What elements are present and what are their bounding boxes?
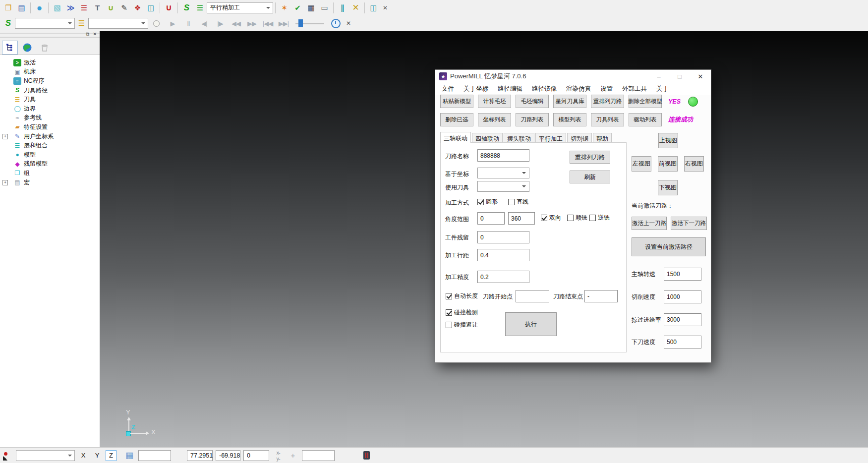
go-to-end-icon[interactable]: ▶▶|: [276, 17, 291, 30]
expand-icon[interactable]: +: [2, 134, 8, 139]
angle-to-field[interactable]: 360: [508, 212, 535, 225]
probe-icon[interactable]: +: [287, 450, 299, 462]
view-top-button[interactable]: 上视图: [658, 133, 678, 148]
line-checkbox[interactable]: 直线: [508, 198, 528, 206]
conventional-mill-checkbox[interactable]: 逆铣: [589, 214, 610, 222]
tree-item-feature-sets[interactable]: ▰特征设置: [0, 122, 100, 132]
stock-edit-button[interactable]: 毛坯编辑: [516, 95, 549, 108]
tree-item-workplanes[interactable]: +✎用户坐标系: [0, 132, 100, 141]
angle-from-field[interactable]: 0: [477, 212, 505, 225]
menu-file[interactable]: 文件: [442, 85, 454, 93]
toolpath-edit-icon[interactable]: ☰: [78, 1, 90, 14]
tolerance-field[interactable]: 0.2: [477, 271, 529, 283]
tree-item-activate[interactable]: >激活: [0, 58, 100, 67]
model-list-button[interactable]: 模型列表: [553, 113, 586, 126]
nc-program-combobox[interactable]: [15, 18, 75, 29]
end-point-field[interactable]: -: [584, 290, 618, 302]
tab-parallel[interactable]: 平行加工: [535, 133, 566, 143]
close-icon[interactable]: ✕: [690, 70, 711, 83]
tool-flame-icon[interactable]: ✶: [278, 1, 290, 14]
toolbar-close-icon[interactable]: ✕: [381, 1, 390, 14]
menu-external-tools[interactable]: 外部工具: [622, 85, 647, 93]
minimize-icon[interactable]: –: [648, 70, 669, 83]
tree-item-groups[interactable]: ❐组: [0, 169, 100, 178]
tree-item-machine-tool[interactable]: ▣机床: [0, 67, 100, 77]
maximize-icon[interactable]: □: [669, 70, 690, 83]
paste-new-model-button[interactable]: 粘贴新模型: [440, 95, 473, 108]
go-to-start-icon[interactable]: |◀◀: [260, 17, 275, 30]
collision-avoid-checkbox[interactable]: 碰撞避让: [446, 321, 478, 329]
toolpath-list-icon[interactable]: ☰: [194, 1, 206, 14]
coord-list-button[interactable]: 坐标列表: [478, 113, 511, 126]
panel-grip[interactable]: ⧉ ✕: [0, 31, 100, 38]
stock-allowance-field[interactable]: 0: [477, 231, 529, 243]
tool-list-button[interactable]: 刀具列表: [591, 113, 624, 126]
open-project-icon[interactable]: ❐: [2, 1, 14, 14]
fast-forward-icon[interactable]: ▶▶: [244, 17, 259, 30]
simulation-speed-slider[interactable]: [295, 19, 324, 28]
create-tool-icon[interactable]: T: [91, 1, 104, 14]
resize-grip-icon[interactable]: [3, 456, 7, 461]
tree-item-models[interactable]: ●模型: [0, 150, 100, 160]
refresh-button[interactable]: 刷新: [570, 171, 610, 183]
expand-icon[interactable]: +: [2, 180, 8, 185]
tree-item-toolpaths[interactable]: S刀具路径: [0, 86, 100, 95]
slider-handle[interactable]: [298, 19, 303, 27]
axis-y-button[interactable]: Y: [92, 450, 103, 461]
tree-item-reference-lines[interactable]: ≈参考线: [0, 114, 100, 123]
calculator-icon[interactable]: ▦: [305, 1, 317, 14]
skim-feed-field[interactable]: 3000: [664, 313, 701, 326]
rewind-icon[interactable]: ◀◀: [229, 17, 243, 30]
cylinder-pair-icon[interactable]: ◫: [367, 1, 380, 14]
activate-next-button[interactable]: 激活下一刀路: [671, 217, 707, 230]
tab-model-tree[interactable]: [2, 41, 18, 55]
menu-about[interactable]: 关于: [656, 85, 669, 93]
tree-item-nc-programs[interactable]: ≡NC程序: [0, 76, 100, 86]
axis-x-button[interactable]: X: [78, 450, 89, 461]
menu-settings[interactable]: 设置: [600, 85, 613, 93]
boundary-icon[interactable]: ∪: [105, 1, 117, 14]
pattern-points-icon[interactable]: ❖: [131, 1, 144, 14]
step-back-icon[interactable]: ◀|: [197, 17, 212, 30]
coord-z-field[interactable]: 0: [243, 450, 269, 461]
tool-library-button[interactable]: 星河刀具库: [553, 95, 586, 108]
shaded-ball-icon[interactable]: ●: [33, 1, 46, 14]
base-coord-combobox[interactable]: [477, 168, 529, 178]
execute-button[interactable]: 执行: [505, 312, 557, 336]
tool-pair-icon[interactable]: ∥: [336, 1, 348, 14]
toolpath-name-field[interactable]: 888888: [477, 149, 529, 162]
menu-path-edit[interactable]: 路径编辑: [498, 85, 522, 93]
axis-z-button[interactable]: Z: [106, 450, 116, 461]
collision-detect-checkbox[interactable]: 碰撞检测: [446, 308, 478, 317]
strategy-combobox[interactable]: 平行精加工: [207, 2, 273, 13]
menu-path-mirror[interactable]: 路径镜像: [532, 85, 557, 93]
tool-verify-icon[interactable]: ✔: [291, 1, 304, 14]
create-block-icon[interactable]: ▧: [51, 1, 63, 14]
stepover-field[interactable]: 0.4: [477, 249, 529, 261]
doc-pause-icon[interactable]: [363, 451, 370, 460]
tab-4axis[interactable]: 四轴联动: [472, 133, 503, 143]
tab-web-browser[interactable]: [19, 41, 35, 55]
status-combobox[interactable]: [16, 450, 75, 461]
tree-item-tools[interactable]: ☰刀具: [0, 95, 100, 104]
tool-block-icon[interactable]: ◫: [145, 1, 157, 14]
pattern-edit-icon[interactable]: ✎: [118, 1, 130, 14]
clock-icon[interactable]: [331, 19, 341, 28]
calc-stock-button[interactable]: 计算毛坯: [478, 95, 511, 108]
ruler-icon[interactable]: ▭: [318, 1, 331, 14]
menu-about-coords[interactable]: 关于坐标: [463, 85, 488, 93]
tab-saw[interactable]: 切割锯: [567, 133, 592, 143]
tool-cross-icon[interactable]: ✕: [349, 1, 362, 14]
tool-holder-icon[interactable]: ∪: [163, 1, 175, 14]
view-left-button[interactable]: 左视图: [632, 156, 651, 172]
rearrange-toolpaths-button[interactable]: 重排列刀路: [591, 95, 624, 108]
cutting-feed-field[interactable]: 1000: [664, 290, 701, 303]
pause-icon[interactable]: Ⅱ: [181, 17, 196, 30]
coord-x-field[interactable]: 77.2951: [187, 450, 213, 461]
view-front-button[interactable]: 前视图: [658, 156, 678, 172]
plunge-feed-field[interactable]: 500: [664, 336, 701, 348]
panel-restore-icon[interactable]: ⧉: [84, 31, 91, 37]
grid-icon[interactable]: ▦: [123, 450, 135, 462]
tab-3axis[interactable]: 三轴联动: [440, 132, 471, 143]
simulation-toolbar-close-icon[interactable]: ✕: [344, 17, 353, 30]
